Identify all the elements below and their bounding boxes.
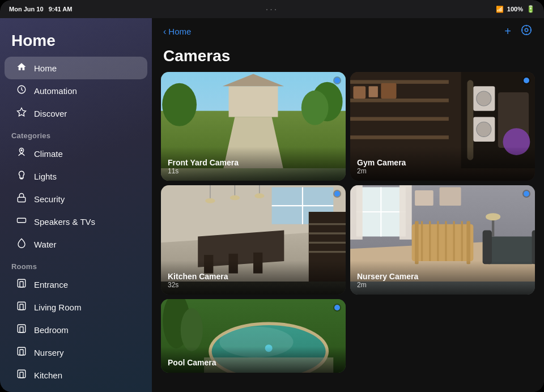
- sidebar-item-lights[interactable]: Lights: [5, 165, 147, 188]
- back-chevron-icon: ‹: [163, 27, 166, 37]
- sidebar-item-automation[interactable]: Automation: [5, 79, 147, 102]
- svg-rect-5: [18, 279, 26, 287]
- top-navigation: ‹ Home +: [152, 18, 544, 45]
- svg-point-49: [254, 194, 264, 199]
- svg-point-22: [301, 91, 329, 125]
- status-time: Mon Jun 10 9:41 AM: [9, 6, 72, 12]
- camera-card-pool[interactable]: Pool Camera: [161, 299, 346, 373]
- main-content: ‹ Home + Cameras: [152, 18, 544, 392]
- svg-rect-14: [20, 372, 23, 378]
- sidebar-home-label: Home: [34, 63, 57, 73]
- gym-camera-time: 2m: [357, 167, 528, 175]
- water-icon: [16, 238, 27, 250]
- scene-button[interactable]: [520, 24, 533, 39]
- nursery-camera-time: 2m: [357, 281, 528, 289]
- add-icon: +: [504, 25, 511, 38]
- pool-camera-name: Pool Camera: [168, 358, 339, 367]
- svg-rect-27: [350, 99, 449, 103]
- battery-icon: 🔋: [526, 5, 535, 13]
- top-dots: ···: [266, 5, 278, 15]
- sidebar-item-security[interactable]: Security: [5, 188, 147, 210]
- svg-rect-70: [415, 221, 419, 265]
- room-kitchen-icon: [16, 369, 27, 381]
- svg-rect-29: [350, 135, 449, 139]
- camera-card-front-yard[interactable]: Front Yard Camera 11s: [161, 72, 346, 181]
- sidebar-item-bedroom[interactable]: Bedroom: [5, 318, 147, 341]
- top-nav-actions: +: [504, 24, 533, 39]
- svg-rect-83: [492, 218, 494, 237]
- climate-icon: [16, 147, 27, 160]
- svg-rect-73: [429, 221, 431, 262]
- home-icon: [16, 62, 27, 74]
- status-right: 📶 100% 🔋: [496, 5, 535, 13]
- svg-rect-28: [350, 117, 449, 121]
- svg-rect-30: [353, 86, 366, 99]
- sidebar-living-room-label: Living Room: [34, 302, 81, 312]
- room-living-icon: [16, 301, 27, 313]
- svg-point-16: [525, 28, 528, 32]
- sidebar-entrance-label: Entrance: [34, 280, 68, 289]
- svg-rect-32: [381, 83, 396, 99]
- camera-card-nursery[interactable]: Nursery Camera 2m: [350, 185, 535, 294]
- svg-point-20: [162, 83, 197, 126]
- sidebar-water-label: Water: [34, 240, 56, 249]
- room-nursery-icon: [16, 346, 27, 359]
- kitchen-camera-time: 32s: [168, 281, 339, 289]
- sidebar-item-entrance[interactable]: Entrance: [5, 273, 147, 296]
- front-yard-overlay: Front Yard Camera 11s: [161, 147, 346, 181]
- svg-point-45: [205, 198, 215, 203]
- main-layout: Home Home Automation Discover: [0, 0, 544, 392]
- sidebar-item-water[interactable]: Water: [5, 233, 147, 255]
- sidebar-item-nursery[interactable]: Nursery: [5, 341, 147, 364]
- svg-rect-77: [461, 221, 463, 262]
- svg-rect-68: [400, 185, 412, 240]
- sidebar-security-label: Security: [34, 194, 65, 204]
- svg-point-47: [230, 195, 240, 201]
- status-time-text: 9:41 AM: [49, 6, 73, 12]
- device-frame: Mon Jun 10 9:41 AM ··· 📶 100% 🔋 Home Hom…: [0, 0, 544, 392]
- svg-rect-67: [350, 185, 363, 240]
- camera-card-kitchen[interactable]: Kitchen Camera 32s: [161, 185, 346, 294]
- sidebar-item-living-room[interactable]: Living Room: [5, 296, 147, 318]
- svg-marker-1: [18, 108, 26, 116]
- wifi-icon: 📶: [496, 6, 504, 13]
- svg-rect-74: [437, 221, 439, 262]
- svg-rect-7: [18, 302, 26, 310]
- svg-rect-82: [532, 231, 535, 265]
- svg-rect-8: [20, 304, 23, 310]
- sidebar-speakers-label: Speakers & TVs: [34, 217, 95, 227]
- kitchen-camera-name: Kitchen Camera: [168, 272, 339, 281]
- camera-card-gym[interactable]: Gym Camera 2m: [350, 72, 535, 181]
- front-yard-camera-name: Front Yard Camera: [168, 158, 339, 167]
- svg-rect-26: [350, 80, 449, 84]
- svg-rect-78: [415, 190, 434, 206]
- back-button[interactable]: ‹ Home: [163, 27, 191, 37]
- sidebar-item-discover[interactable]: Discover: [5, 102, 147, 125]
- sidebar-automation-label: Automation: [34, 86, 77, 96]
- svg-rect-10: [20, 327, 23, 333]
- gym-status-dot: [524, 78, 529, 83]
- sidebar-item-kitchen[interactable]: Kitchen: [5, 364, 147, 386]
- pool-status-dot: [334, 305, 340, 310]
- sidebar: Home Home Automation Discover: [0, 18, 152, 392]
- svg-point-39: [477, 122, 491, 137]
- svg-rect-72: [421, 221, 423, 262]
- sidebar-item-speakers[interactable]: Speakers & TVs: [5, 210, 147, 233]
- svg-rect-79: [440, 188, 461, 206]
- sidebar-lights-label: Lights: [34, 172, 57, 181]
- sidebar-bedroom-label: Bedroom: [34, 325, 69, 335]
- svg-point-87: [181, 308, 203, 351]
- sidebar-item-home[interactable]: Home: [5, 57, 147, 79]
- camera-grid: Front Yard Camera 11s: [152, 72, 544, 392]
- rooms-header: Rooms: [0, 255, 152, 273]
- sidebar-item-climate[interactable]: Climate: [5, 142, 147, 165]
- sidebar-title: Home: [0, 27, 152, 57]
- svg-rect-31: [369, 86, 378, 97]
- add-button[interactable]: +: [504, 25, 511, 38]
- gym-overlay: Gym Camera 2m: [350, 147, 535, 181]
- svg-rect-76: [453, 221, 454, 262]
- discover-icon: [16, 107, 27, 120]
- lights-icon: [16, 170, 27, 182]
- svg-rect-12: [20, 350, 23, 355]
- svg-rect-3: [18, 197, 26, 202]
